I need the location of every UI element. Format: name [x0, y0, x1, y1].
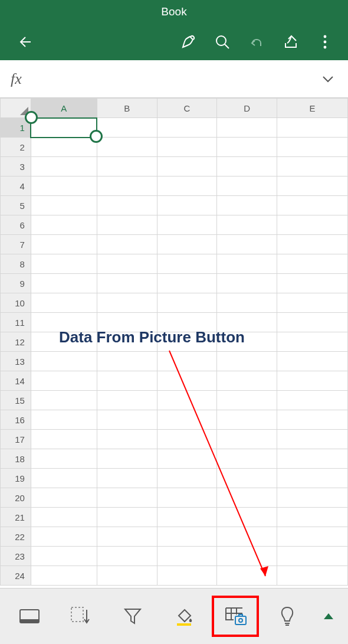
- cell-E6[interactable]: [277, 215, 348, 235]
- cell-B21[interactable]: [97, 508, 157, 527]
- cell-E23[interactable]: [277, 547, 348, 566]
- cell-B9[interactable]: [97, 274, 157, 293]
- row-header-11[interactable]: 11: [1, 313, 31, 332]
- cell-A18[interactable]: [31, 449, 97, 469]
- undo-button[interactable]: [239, 24, 274, 60]
- cell-C22[interactable]: [157, 527, 217, 547]
- cell-A17[interactable]: [31, 430, 97, 449]
- cell-B23[interactable]: [97, 547, 157, 566]
- formula-expand-button[interactable]: [316, 67, 340, 91]
- row-header-13[interactable]: 13: [1, 352, 31, 371]
- cell-E4[interactable]: [277, 176, 348, 196]
- ideas-button[interactable]: [264, 596, 311, 637]
- cell-C1[interactable]: [157, 118, 217, 138]
- cell-B6[interactable]: [97, 215, 157, 235]
- data-from-picture-button[interactable]: [212, 596, 259, 637]
- cell-D17[interactable]: [217, 430, 277, 449]
- cell-D7[interactable]: [217, 235, 277, 254]
- cell-C18[interactable]: [157, 449, 217, 469]
- column-header-B[interactable]: B: [97, 99, 157, 118]
- row-header-12[interactable]: 12: [1, 332, 31, 352]
- cell-A14[interactable]: [31, 371, 97, 391]
- cell-C15[interactable]: [157, 391, 217, 410]
- cell-D10[interactable]: [217, 293, 277, 313]
- cell-E22[interactable]: [277, 527, 348, 547]
- cell-B14[interactable]: [97, 371, 157, 391]
- cell-B19[interactable]: [97, 469, 157, 488]
- cell-C13[interactable]: [157, 352, 217, 371]
- cell-A9[interactable]: [31, 274, 97, 293]
- column-header-E[interactable]: E: [277, 99, 348, 118]
- cell-B3[interactable]: [97, 157, 157, 176]
- cell-E17[interactable]: [277, 430, 348, 449]
- cell-C5[interactable]: [157, 196, 217, 215]
- cell-A4[interactable]: [31, 176, 97, 196]
- cell-B2[interactable]: [97, 138, 157, 157]
- cell-C23[interactable]: [157, 547, 217, 566]
- cell-C3[interactable]: [157, 157, 217, 176]
- cell-C8[interactable]: [157, 254, 217, 274]
- cell-C9[interactable]: [157, 274, 217, 293]
- card-view-button[interactable]: [6, 596, 53, 637]
- cell-E16[interactable]: [277, 410, 348, 430]
- cell-B13[interactable]: [97, 352, 157, 371]
- row-header-18[interactable]: 18: [1, 449, 31, 469]
- row-header-21[interactable]: 21: [1, 508, 31, 527]
- filter-button[interactable]: [109, 596, 156, 637]
- cell-A7[interactable]: [31, 235, 97, 254]
- cell-C24[interactable]: [157, 566, 217, 586]
- row-header-10[interactable]: 10: [1, 293, 31, 313]
- cell-E1[interactable]: [277, 118, 348, 138]
- cell-C2[interactable]: [157, 138, 217, 157]
- column-header-C[interactable]: C: [157, 99, 217, 118]
- cell-E2[interactable]: [277, 138, 348, 157]
- cell-E24[interactable]: [277, 566, 348, 586]
- cell-D8[interactable]: [217, 254, 277, 274]
- cell-E9[interactable]: [277, 274, 348, 293]
- cell-A21[interactable]: [31, 508, 97, 527]
- cell-A24[interactable]: [31, 566, 97, 586]
- cell-A19[interactable]: [31, 469, 97, 488]
- cell-C16[interactable]: [157, 410, 217, 430]
- cell-E15[interactable]: [277, 391, 348, 410]
- sort-button[interactable]: [57, 596, 104, 637]
- cell-D20[interactable]: [217, 488, 277, 508]
- cell-D2[interactable]: [217, 138, 277, 157]
- cell-B8[interactable]: [97, 254, 157, 274]
- cell-D1[interactable]: [217, 118, 277, 138]
- row-header-16[interactable]: 16: [1, 410, 31, 430]
- selection-handle-bottom-right[interactable]: [90, 130, 103, 143]
- row-header-15[interactable]: 15: [1, 391, 31, 410]
- cell-D23[interactable]: [217, 547, 277, 566]
- cell-C21[interactable]: [157, 508, 217, 527]
- cell-C4[interactable]: [157, 176, 217, 196]
- cell-A1[interactable]: [31, 118, 97, 138]
- cell-B16[interactable]: [97, 410, 157, 430]
- cell-B4[interactable]: [97, 176, 157, 196]
- cell-D5[interactable]: [217, 196, 277, 215]
- cell-C10[interactable]: [157, 293, 217, 313]
- cell-A6[interactable]: [31, 215, 97, 235]
- cell-E10[interactable]: [277, 293, 348, 313]
- row-header-14[interactable]: 14: [1, 371, 31, 391]
- cell-D9[interactable]: [217, 274, 277, 293]
- cell-B20[interactable]: [97, 488, 157, 508]
- cell-D16[interactable]: [217, 410, 277, 430]
- cell-A8[interactable]: [31, 254, 97, 274]
- cell-E21[interactable]: [277, 508, 348, 527]
- cell-D3[interactable]: [217, 157, 277, 176]
- formula-input[interactable]: [22, 60, 316, 97]
- cell-A22[interactable]: [31, 527, 97, 547]
- cell-A2[interactable]: [31, 138, 97, 157]
- cell-A10[interactable]: [31, 293, 97, 313]
- cell-D24[interactable]: [217, 566, 277, 586]
- cell-D4[interactable]: [217, 176, 277, 196]
- row-header-2[interactable]: 2: [1, 138, 31, 157]
- fill-color-button[interactable]: [160, 596, 208, 637]
- row-header-20[interactable]: 20: [1, 488, 31, 508]
- cell-B22[interactable]: [97, 527, 157, 547]
- more-button[interactable]: [308, 24, 342, 60]
- cell-E19[interactable]: [277, 469, 348, 488]
- row-header-24[interactable]: 24: [1, 566, 31, 586]
- row-header-9[interactable]: 9: [1, 274, 31, 293]
